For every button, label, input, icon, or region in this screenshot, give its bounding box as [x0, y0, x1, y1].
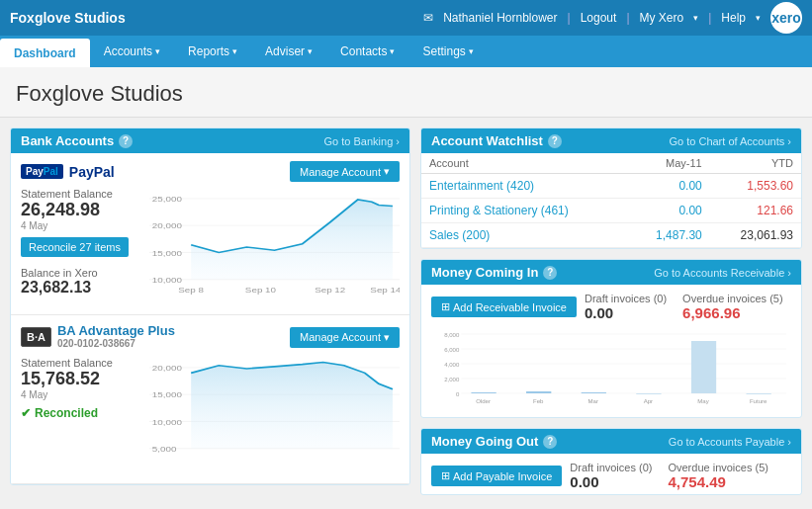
paypal-info: Statement Balance 26,248.98 4 May Reconc… [21, 188, 139, 297]
col-ytd: YTD [710, 153, 801, 174]
logout-link[interactable]: Logout [581, 11, 617, 25]
watchlist-row: Printing & Stationery (461) 0.00 121.66 [421, 199, 801, 223]
company-name: Foxglove Studios [10, 10, 126, 26]
watchlist-account-link[interactable]: Printing & Stationery (461) [421, 199, 627, 223]
top-bar: Foxglove Studios ✉ Nathaniel Hornblower … [0, 0, 812, 36]
ba-account-item: B·A BA Advantage Plus 020-0102-038667 Ma… [11, 315, 409, 484]
reports-arrow: ▾ [232, 46, 237, 56]
svg-text:25,000: 25,000 [152, 195, 182, 204]
ba-name: BA Advantage Plus [57, 323, 175, 338]
user-name: Nathaniel Hornblower [443, 11, 557, 25]
paypal-item-top: PayPal PayPal Manage Account ▾ [21, 161, 400, 182]
bank-accounts-title: Bank Accounts ? [21, 133, 133, 148]
paypal-name: PayPal [69, 164, 115, 180]
nav-adviser[interactable]: Adviser ▾ [251, 36, 326, 67]
svg-text:15,000: 15,000 [152, 391, 182, 400]
col-account: Account [421, 153, 627, 174]
watchlist-table: Account May-11 YTD Entertainment (420) 0… [421, 153, 801, 248]
money-in-draft: Draft invoices (0) 0.00 [585, 293, 667, 321]
money-out-stats: Draft invoices (0) 0.00 Overdue invoices… [570, 462, 768, 490]
page-title: Foxglove Studios [16, 81, 796, 107]
money-out-title: Money Going Out ? [431, 434, 557, 449]
overdue-value: 6,966.96 [682, 304, 783, 321]
svg-rect-35 [636, 393, 661, 394]
svg-text:4,000: 4,000 [444, 362, 460, 368]
my-xero-link[interactable]: My Xero [640, 11, 684, 25]
paypal-details: Statement Balance 26,248.98 4 May Reconc… [21, 188, 400, 306]
main-content: Bank Accounts ? Go to Banking › PayPal P… [0, 118, 812, 505]
nav-settings[interactable]: Settings ▾ [408, 36, 487, 67]
accounts-arrow: ▾ [155, 46, 160, 56]
svg-text:May: May [697, 398, 708, 404]
ba-info: Statement Balance 15,768.52 4 May ✔ Reco… [21, 357, 139, 420]
svg-rect-36 [691, 341, 716, 393]
page-header: Foxglove Studios [0, 67, 812, 118]
svg-rect-37 [747, 393, 771, 394]
out-overdue-label: Overdue invoices (5) [668, 462, 768, 473]
top-nav-right: ✉ Nathaniel Hornblower | Logout | My Xer… [423, 2, 802, 34]
paypal-xero-amount: 23,682.13 [21, 279, 139, 297]
draft-label: Draft invoices (0) [585, 293, 667, 304]
paypal-account-item: PayPal PayPal Manage Account ▾ Statement… [11, 153, 409, 315]
payable-plus-icon: ⊞ [441, 469, 450, 482]
money-in-actions: ⊞ Add Receivable Invoice Draft invoices … [421, 285, 801, 325]
watchlist-may-val: 0.00 [627, 174, 709, 199]
settings-arrow: ▾ [469, 46, 474, 56]
watchlist-account-link[interactable]: Sales (200) [421, 223, 627, 248]
ba-manage-arrow-icon: ▾ [384, 331, 390, 344]
nav-dashboard[interactable]: Dashboard [0, 39, 90, 67]
watchlist-header: Account Watchlist ? Go to Chart of Accou… [421, 128, 801, 153]
xero-logo[interactable]: xero [770, 2, 802, 34]
plus-icon: ⊞ [441, 300, 450, 313]
go-to-banking-link[interactable]: Go to Banking › [324, 135, 400, 147]
money-out-overdue: Overdue invoices (5) 4,754.49 [668, 462, 768, 490]
paypal-reconcile-button[interactable]: Reconcile 27 items [21, 237, 129, 257]
svg-text:6,000: 6,000 [444, 347, 460, 353]
svg-text:Sep 8: Sep 8 [178, 286, 204, 295]
watchlist-row: Entertainment (420) 0.00 1,553.60 [421, 174, 801, 199]
nav-reports[interactable]: Reports ▾ [174, 36, 251, 67]
svg-text:Sep 12: Sep 12 [315, 286, 345, 295]
help-link[interactable]: Help [721, 11, 746, 25]
paypal-logo: PayPal PayPal [21, 164, 115, 180]
draft-value: 0.00 [585, 304, 667, 321]
bank-accounts-info-icon[interactable]: ? [119, 134, 133, 148]
svg-text:Older: Older [476, 398, 491, 404]
adviser-arrow: ▾ [308, 46, 313, 56]
svg-text:Sep 14: Sep 14 [370, 286, 400, 295]
go-to-chart-link[interactable]: Go to Chart of Accounts › [669, 135, 791, 147]
go-to-receivable-link[interactable]: Go to Accounts Receivable › [654, 267, 791, 279]
paypal-xero-label: Balance in Xero [21, 267, 139, 279]
ba-stmt-date: 4 May [21, 389, 139, 400]
money-out-actions: ⊞ Add Payable Invoice Draft invoices (0)… [421, 454, 801, 494]
money-out-info-icon[interactable]: ? [543, 435, 557, 449]
money-in-info-icon[interactable]: ? [543, 266, 557, 280]
svg-marker-8 [191, 200, 393, 280]
nav-contacts[interactable]: Contacts ▾ [326, 36, 408, 67]
svg-text:Sep 10: Sep 10 [245, 286, 276, 295]
money-out-card: Money Going Out ? Go to Accounts Payable… [420, 428, 802, 495]
watchlist-account-link[interactable]: Entertainment (420) [421, 174, 627, 199]
nav-accounts[interactable]: Accounts ▾ [90, 36, 174, 67]
add-receivable-invoice-button[interactable]: ⊞ Add Receivable Invoice [431, 297, 577, 317]
svg-text:8,000: 8,000 [444, 332, 460, 338]
add-payable-invoice-button[interactable]: ⊞ Add Payable Invoice [431, 466, 562, 486]
paypal-stmt-amount: 26,248.98 [21, 200, 139, 220]
paypal-chart: 25,000 20,000 15,000 10,000 Sep 8 [149, 188, 400, 306]
left-column: Bank Accounts ? Go to Banking › PayPal P… [10, 127, 410, 495]
out-draft-label: Draft invoices (0) [570, 462, 652, 473]
nav-bar: Dashboard Accounts ▾ Reports ▾ Adviser ▾… [0, 36, 812, 67]
svg-text:Apr: Apr [644, 398, 653, 404]
right-column: Account Watchlist ? Go to Chart of Accou… [420, 127, 802, 495]
svg-text:2,000: 2,000 [444, 377, 460, 382]
go-to-payable-link[interactable]: Go to Accounts Payable › [669, 436, 791, 448]
paypal-manage-button[interactable]: Manage Account ▾ [290, 161, 400, 182]
help-arrow: ▾ [756, 13, 761, 23]
svg-text:10,000: 10,000 [152, 418, 182, 427]
svg-text:20,000: 20,000 [152, 222, 182, 231]
watchlist-info-icon[interactable]: ? [548, 134, 562, 148]
ba-item-top: B·A BA Advantage Plus 020-0102-038667 Ma… [21, 323, 400, 351]
ba-reconciled-badge: ✔ Reconciled [21, 406, 139, 420]
bank-accounts-header: Bank Accounts ? Go to Banking › [11, 128, 409, 153]
ba-manage-button[interactable]: Manage Account ▾ [290, 327, 400, 348]
